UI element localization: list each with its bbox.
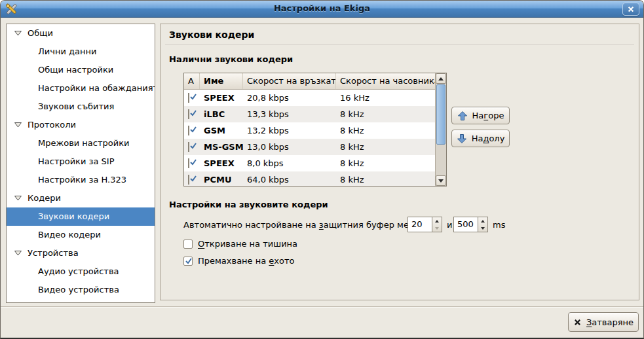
scroll-up-button[interactable] [436, 73, 446, 84]
scroll-down-button[interactable] [436, 175, 446, 186]
jitter-max-spinbutton[interactable]: 500 [453, 217, 488, 232]
arrow-up-icon [435, 220, 439, 223]
codec-enabled-checkbox[interactable] [188, 158, 189, 168]
tree-item-sound-events[interactable]: Звукови събития [7, 98, 155, 116]
codec-name: iLBC [200, 109, 243, 119]
jitter-min-spinbutton[interactable]: 20 [407, 217, 442, 232]
column-header-clock[interactable]: Скорост на часовника [336, 73, 435, 89]
echo-cancellation-checkbox-row[interactable]: Премахване на ехото [183, 256, 295, 266]
column-header-name[interactable]: Име [200, 73, 243, 89]
codec-enabled-checkbox[interactable] [188, 142, 189, 152]
close-icon [627, 5, 635, 13]
column-header-bitrate[interactable]: Скорост на връзката [243, 73, 336, 89]
spinner-arrows [432, 217, 442, 232]
tree-item-network-settings[interactable]: Мрежови настройки [7, 134, 155, 152]
tree-item-general-settings[interactable]: Общи настройки [7, 61, 155, 79]
window-close-button[interactable] [622, 3, 639, 16]
check-icon [189, 158, 198, 167]
expander-icon[interactable] [14, 116, 22, 121]
codec-name: SPEEX [200, 93, 243, 103]
check-icon [189, 93, 198, 101]
silence-detection-checkbox[interactable] [183, 240, 193, 249]
expander-icon[interactable] [14, 189, 22, 194]
check-icon [189, 126, 198, 134]
codec-bitrate: 20,8 kbps [243, 93, 336, 103]
tree-group-label: Устройства [28, 248, 79, 258]
table-scrollbar[interactable] [435, 73, 446, 186]
codec-enabled-checkbox[interactable] [188, 93, 189, 103]
table-row[interactable]: PCMU 64,0 kbps 8 kHz [184, 171, 435, 187]
scrollbar-thumb[interactable] [436, 84, 445, 145]
expander-icon[interactable] [14, 244, 22, 249]
jitter-max-value[interactable]: 500 [454, 217, 478, 232]
check-icon [184, 257, 193, 266]
tree-item-video-devices[interactable]: Видео устройства [7, 281, 155, 299]
title-separator [165, 44, 634, 45]
check-icon [189, 175, 198, 183]
codec-name: PCMU [200, 175, 243, 185]
table-row[interactable]: SPEEX 8,0 kbps 8 kHz [184, 155, 435, 171]
codec-bitrate: 64,0 kbps [243, 175, 336, 185]
expander-icon[interactable] [14, 24, 22, 29]
settings-section-title: Настройки на звуковите кодери [169, 200, 328, 209]
table-row[interactable]: iLBC 13,3 kbps 8 kHz [184, 106, 435, 122]
codec-bitrate: 8,0 kbps [243, 158, 336, 168]
tree-item-personal-data[interactable]: Лични данни [7, 43, 155, 61]
preferences-tree: Общи Лични данни Общи настройки Настройк… [6, 24, 155, 303]
codec-enabled-checkbox[interactable] [188, 175, 189, 185]
tree-item-sip-settings[interactable]: Настройки за SIP [7, 152, 155, 171]
spinner-arrows [478, 217, 487, 232]
codec-bitrate: 13,3 kbps [243, 109, 336, 119]
tree-item-h323-settings[interactable]: Настройки за H.323 [7, 171, 155, 189]
echo-cancellation-checkbox[interactable] [183, 257, 193, 266]
jitter-conjunction-label: и [447, 220, 452, 230]
spin-up-button[interactable] [478, 217, 487, 224]
tree-item-call-options[interactable]: Настройки на обажданията [7, 79, 155, 98]
tree-group-general[interactable]: Общи [7, 24, 155, 43]
jitter-min-value[interactable]: 20 [408, 217, 432, 232]
codec-enabled-checkbox[interactable] [188, 126, 189, 135]
tree-group-label: Протоколи [28, 120, 76, 130]
titlebar[interactable]: Настройки на Ekiga [1, 1, 643, 18]
tree-group-label: Общи [28, 28, 53, 38]
move-down-label: Надолу [472, 134, 505, 143]
tree-group-protocols[interactable]: Протоколи [7, 116, 155, 134]
preferences-window: Настройки на Ekiga Общи Лични данни Общи… [0, 0, 644, 339]
table-row[interactable]: SPEEX 20,8 kbps 16 kHz [184, 90, 435, 106]
codecs-section-title: Налични звукови кодери [169, 54, 293, 64]
codec-clock: 16 kHz [336, 93, 435, 103]
jitter-unit-label: ms [493, 220, 505, 230]
check-icon [189, 109, 198, 118]
codec-enabled-checkbox[interactable] [188, 109, 189, 119]
jitter-buffer-label: Автоматично настройване на защитния буфе… [183, 220, 427, 230]
move-down-button[interactable]: Надолу [451, 130, 510, 147]
codec-name: GSM [200, 126, 243, 135]
tree-item-video-codecs[interactable]: Видео кодери [7, 226, 155, 244]
tree-group-devices[interactable]: Устройства [7, 244, 155, 262]
arrow-up-icon [481, 220, 485, 223]
codec-clock: 8 kHz [336, 158, 435, 168]
codec-name: SPEEX [200, 158, 243, 168]
content-panel: Звукови кодери Налични звукови кодери А … [160, 24, 639, 300]
spin-down-button[interactable] [432, 224, 442, 232]
tree-item-audio-devices[interactable]: Аудио устройства [7, 262, 155, 281]
down-arrow-icon [457, 134, 467, 144]
table-row[interactable]: GSM 13,2 kbps 8 kHz [184, 122, 435, 139]
codec-name: MS-GSM [200, 142, 243, 152]
table-row[interactable]: MS-GSM 13,0 kbps 8 kHz [184, 139, 435, 155]
move-up-button[interactable]: Нагоре [451, 107, 510, 124]
codec-table: А Име Скорост на връзката Скорост на час… [183, 73, 447, 187]
close-icon [573, 318, 582, 327]
tree-item-audio-codecs[interactable]: Звукови кодери [7, 207, 155, 226]
codec-clock: 8 kHz [336, 142, 435, 152]
close-button[interactable]: Затваряне [568, 312, 639, 332]
spin-up-button[interactable] [432, 217, 442, 224]
up-arrow-icon [457, 111, 468, 121]
page-title: Звукови кодери [169, 29, 254, 40]
move-up-label: Нагоре [472, 111, 504, 120]
silence-detection-checkbox-row[interactable]: Откриване на тишина [183, 239, 297, 249]
column-header-active[interactable]: А [184, 73, 200, 89]
tree-group-codecs[interactable]: Кодери [7, 189, 155, 207]
spin-down-button[interactable] [478, 224, 487, 232]
codec-clock: 8 kHz [336, 109, 435, 119]
